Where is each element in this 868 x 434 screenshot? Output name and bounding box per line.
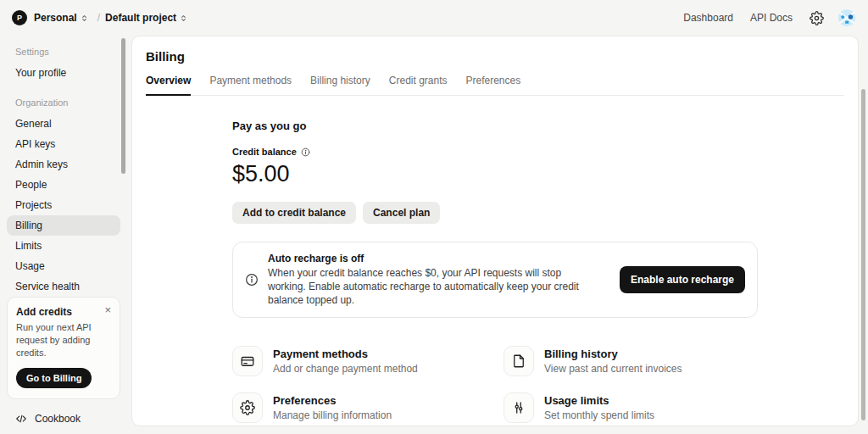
go-to-billing-button[interactable]: Go to Billing — [16, 368, 92, 388]
selector-chevrons-icon[interactable] — [179, 14, 188, 23]
quick-link-desc: Set monthly spend limits — [544, 409, 654, 421]
sidebar-scrollbar[interactable] — [121, 38, 125, 174]
file-icon — [504, 346, 534, 376]
top-header: P Personal / Default project Dashboard A… — [0, 0, 868, 36]
sidebar-item-your-profile[interactable]: Your profile — [0, 63, 127, 83]
sliders-icon — [504, 392, 534, 423]
auto-recharge-body: When your credit balance reaches $0, you… — [268, 267, 602, 307]
quick-link-billing-history[interactable]: Billing history View past and current in… — [504, 346, 758, 376]
content-scrollbar[interactable] — [861, 89, 865, 420]
credit-balance-value: $5.00 — [232, 161, 758, 187]
tab-overview[interactable]: Overview — [146, 75, 191, 96]
quick-link-usage-limits[interactable]: Usage limits Set monthly spend limits — [504, 392, 758, 423]
org-switcher[interactable]: Personal — [34, 12, 77, 24]
project-switcher[interactable]: Default project — [105, 12, 176, 24]
quick-link-desc: Add or change payment method — [273, 363, 418, 375]
tab-payment-methods[interactable]: Payment methods — [209, 75, 292, 95]
auto-recharge-text: Auto recharge is off When your credit ba… — [268, 253, 610, 307]
quick-links-grid: Payment methods Add or change payment me… — [232, 346, 758, 426]
close-icon[interactable]: × — [104, 306, 111, 314]
quick-link-title: Billing history — [544, 348, 682, 360]
quick-link-desc: View past and current invoices — [544, 363, 682, 375]
cookbook-label: Cookbook — [35, 413, 81, 425]
sidebar-item-billing[interactable]: Billing — [7, 215, 120, 236]
info-icon — [245, 273, 259, 287]
info-icon[interactable] — [301, 147, 310, 157]
api-docs-link[interactable]: API Docs — [750, 12, 793, 24]
sidebar-section-organization: Organization — [0, 90, 127, 114]
sidebar-item-people[interactable]: People — [0, 175, 127, 195]
add-credits-body: Run your next API request by adding cred… — [16, 321, 111, 359]
breadcrumb-separator: / — [97, 12, 100, 24]
sidebar-item-api-keys[interactable]: API keys — [0, 134, 127, 154]
credit-card-icon — [232, 346, 263, 376]
sidebar-item-service-health[interactable]: Service health — [0, 276, 127, 297]
billing-panel: Billing Overview Payment methods Billing… — [131, 36, 859, 426]
billing-tabs: Overview Payment methods Billing history… — [146, 75, 844, 96]
forum-link[interactable]: Forum — [0, 430, 127, 434]
cookbook-link[interactable]: Cookbook — [0, 408, 127, 430]
quick-link-title: Preferences — [273, 394, 392, 407]
quick-link-title: Usage limits — [544, 394, 654, 407]
sidebar-item-projects[interactable]: Projects — [0, 195, 127, 215]
gear-icon[interactable] — [810, 11, 824, 25]
header-actions: Dashboard API Docs — [683, 8, 856, 27]
sidebar-nav: Settings Your profile Organization Gener… — [0, 39, 127, 297]
sidebar: Settings Your profile Organization Gener… — [0, 36, 127, 434]
tab-credit-grants[interactable]: Credit grants — [389, 75, 448, 95]
enable-auto-recharge-button[interactable]: Enable auto recharge — [620, 266, 745, 293]
add-to-credit-balance-button[interactable]: Add to credit balance — [232, 202, 356, 224]
auto-recharge-title: Auto recharge is off — [268, 253, 602, 264]
breadcrumb: P Personal / Default project — [12, 10, 192, 25]
app-body: Settings Your profile Organization Gener… — [0, 36, 868, 434]
credit-balance-label: Credit balance — [232, 147, 758, 157]
tab-preferences[interactable]: Preferences — [466, 75, 521, 95]
add-credits-title: Add credits — [16, 306, 72, 318]
sidebar-item-general[interactable]: General — [0, 114, 127, 134]
sidebar-footer: Cookbook Forum — [0, 408, 127, 434]
balance-actions: Add to credit balance Cancel plan — [232, 202, 758, 224]
overview-content: Pay as you go Credit balance $5.00 Add t… — [232, 120, 758, 426]
cancel-plan-button[interactable]: Cancel plan — [363, 202, 440, 224]
auto-recharge-card: Auto recharge is off When your credit ba… — [232, 242, 758, 318]
quick-link-payment-methods[interactable]: Payment methods Add or change payment me… — [232, 346, 504, 376]
sidebar-item-usage[interactable]: Usage — [0, 256, 127, 276]
sidebar-item-limits[interactable]: Limits — [0, 236, 127, 256]
org-avatar: P — [12, 10, 27, 25]
sidebar-section-settings: Settings — [0, 39, 127, 63]
credit-balance-text: Credit balance — [232, 147, 297, 157]
quick-link-title: Payment methods — [273, 348, 418, 360]
quick-link-preferences[interactable]: Preferences Manage billing information — [232, 392, 504, 423]
quick-link-desc: Manage billing information — [273, 409, 392, 421]
page-title: Billing — [146, 49, 844, 64]
selector-chevrons-icon[interactable] — [80, 14, 89, 23]
user-avatar-image[interactable] — [837, 8, 856, 27]
sidebar-item-admin-keys[interactable]: Admin keys — [0, 154, 127, 175]
dashboard-link[interactable]: Dashboard — [683, 12, 733, 24]
main-area: Billing Overview Payment methods Billing… — [127, 36, 868, 434]
plan-name: Pay as you go — [232, 120, 758, 132]
add-credits-card: Add credits × Run your next API request … — [7, 297, 120, 399]
gear-icon — [232, 392, 263, 423]
tab-billing-history[interactable]: Billing history — [310, 75, 370, 95]
code-icon — [15, 413, 27, 425]
